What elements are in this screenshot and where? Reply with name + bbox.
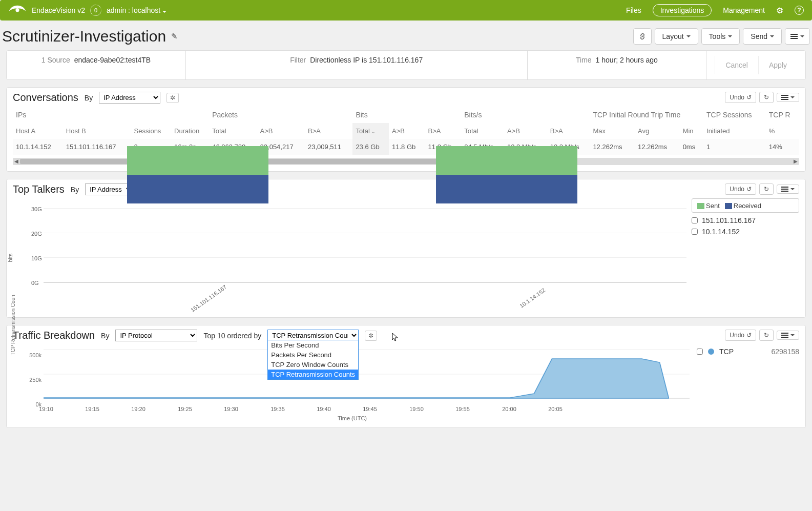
col-bits-ba[interactable]: B>A [425, 123, 462, 139]
talkers-refresh-button[interactable]: ↻ [759, 183, 774, 195]
conversations-gear-icon[interactable]: ✲ [166, 93, 179, 103]
legend-checkbox[interactable] [697, 349, 703, 355]
col-tcp-init[interactable]: Initiated [703, 123, 766, 139]
talkers-by-select[interactable]: IP Address [85, 183, 133, 195]
conversations-refresh-button[interactable]: ↻ [759, 92, 774, 103]
send-button[interactable]: Send [743, 28, 782, 45]
legend-item[interactable]: 10.1.14.152 [692, 226, 799, 237]
conversations-by-select[interactable]: IP Address [99, 92, 160, 104]
traffic-legend-item[interactable]: TCP 6298158 [697, 348, 799, 356]
logo-icon [8, 5, 27, 16]
col-bits-total[interactable]: Total ⌄ [352, 123, 389, 139]
col-tcp-pct[interactable]: % [766, 123, 799, 139]
nav-files[interactable]: Files [626, 6, 641, 14]
top-talkers-title: Top Talkers [13, 183, 65, 195]
col-rtt-min[interactable]: Min [680, 123, 703, 139]
nav-investigations[interactable]: Investigations [653, 4, 712, 16]
col-rtt-max[interactable]: Max [590, 123, 635, 139]
conversations-title: Conversations [13, 92, 78, 104]
traffic-by-select[interactable]: IP Protocol [115, 330, 197, 341]
traffic-undo-button[interactable]: Undo ↺ [725, 330, 756, 341]
dropdown-option[interactable]: TCP Zero Window Counts [268, 360, 358, 370]
legend-item[interactable]: 151.101.116.167 [692, 215, 799, 226]
dropdown-option-selected[interactable]: TCP Retransmission Counts [268, 370, 358, 379]
col-bitsps-total[interactable]: Total [461, 123, 504, 139]
dropdown-option[interactable]: Packets Per Second [268, 350, 358, 360]
col-duration[interactable]: Duration [171, 123, 209, 139]
chart-legend: Sent Received [692, 198, 799, 213]
session-count-badge[interactable]: 0 [90, 5, 101, 16]
cancel-button[interactable]: Cancel [715, 56, 758, 74]
brand-name: EndaceVision v2 [32, 6, 85, 14]
legend-dot-icon [708, 349, 714, 355]
traffic-breakdown-panel: Traffic Breakdown By IP Protocol Top 10 … [6, 325, 806, 428]
top-talkers-chart[interactable]: bits 0G 10G 20G 30G 151.101.116.167 10.1… [13, 198, 692, 311]
col-hosta[interactable]: Host A [13, 123, 63, 139]
filter-info-bar: 1 Source endace-9abe02:test4TB Filter Di… [6, 50, 806, 80]
col-bitsps-ab[interactable]: A>B [504, 123, 547, 139]
link-button[interactable] [633, 28, 652, 45]
page-title: Scrutinizer-Investigation [2, 28, 166, 45]
col-sessions[interactable]: Sessions [131, 123, 171, 139]
traffic-gear-icon[interactable]: ✲ [365, 331, 377, 341]
col-packets-ba[interactable]: B>A [305, 123, 352, 139]
time-cell[interactable]: Time 1 hour; 2 hours ago [528, 51, 707, 79]
dropdown-option[interactable]: Bits Per Second [268, 340, 358, 350]
tools-button[interactable]: Tools [701, 28, 740, 45]
talkers-menu-button[interactable] [777, 185, 799, 194]
col-packets-ab[interactable]: A>B [257, 123, 305, 139]
help-icon[interactable]: ? [795, 6, 804, 15]
layout-button[interactable]: Layout [655, 28, 698, 45]
cursor-icon [392, 333, 399, 342]
talkers-undo-button[interactable]: Undo ↺ [725, 183, 756, 195]
traffic-title: Traffic Breakdown [13, 330, 95, 341]
traffic-menu-button[interactable] [777, 331, 799, 340]
traffic-refresh-button[interactable]: ↻ [759, 330, 774, 341]
gear-icon[interactable]: ⚙ [776, 6, 783, 15]
menu-button[interactable] [785, 28, 810, 45]
top-navbar: EndaceVision v2 0 admin : localhost File… [0, 0, 812, 21]
col-packets-total[interactable]: Total [209, 123, 257, 139]
top-talkers-panel: Top Talkers By IP Address ✲ Undo ↺ ↻ bit… [6, 179, 806, 318]
col-bitsps-ba[interactable]: B>A [547, 123, 590, 139]
col-hostb[interactable]: Host B [63, 123, 131, 139]
apply-button[interactable]: Apply [758, 56, 797, 74]
conversations-menu-button[interactable] [777, 93, 799, 102]
order-dropdown-list: Bits Per Second Packets Per Second TCP Z… [267, 340, 359, 380]
conversations-undo-button[interactable]: Undo ↺ [725, 92, 756, 103]
legend-checkbox[interactable] [692, 217, 698, 223]
conversations-panel: Conversations By IP Address ✲ Undo ↺ ↻ I… [6, 87, 806, 172]
pencil-icon[interactable]: ✎ [171, 32, 178, 41]
filter-cell[interactable]: Filter Directionless IP is 151.101.116.1… [186, 51, 528, 79]
user-menu[interactable]: admin : localhost [107, 6, 166, 14]
col-rtt-avg[interactable]: Avg [635, 123, 680, 139]
col-bits-ab[interactable]: A>B [389, 123, 425, 139]
legend-checkbox[interactable] [692, 229, 698, 235]
source-cell[interactable]: 1 Source endace-9abe02:test4TB [7, 51, 186, 79]
nav-management[interactable]: Management [723, 6, 765, 14]
